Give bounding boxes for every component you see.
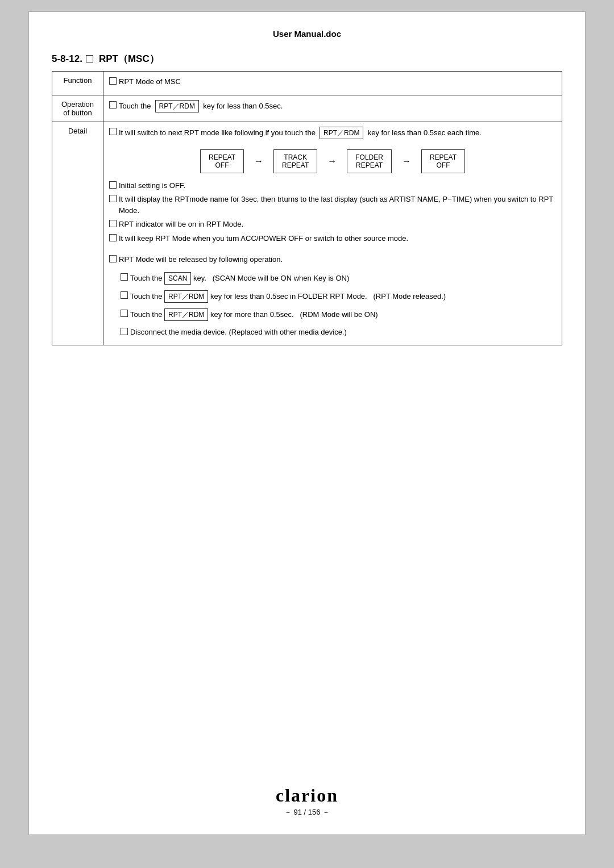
switch-text: It will switch to next RPT mode like fol… (119, 127, 482, 139)
detail-item-1: Initial setting is OFF. (109, 180, 556, 191)
operation-row: Operationof button Touch the RPT／RDM key… (52, 95, 562, 122)
flow-box-4: REPEAT OFF (421, 149, 465, 173)
detail-text-1: Initial setting is OFF. (119, 180, 185, 191)
operation-text: Touch the RPT／RDM key for less than 0.5s… (119, 100, 283, 112)
detail-checkbox-3 (109, 220, 117, 227)
detail-row: Detail It will switch to next RPT mode l… (52, 122, 562, 345)
release-item-4-checkbox (121, 328, 128, 335)
release-item-3: Touch the RPT／RDM key for more than 0.5s… (121, 308, 556, 321)
flow-box-1-line2: OFF (209, 161, 235, 169)
flow-diagram: REPEAT OFF → TRACK REPEAT → FOLDER REPEA… (109, 149, 556, 173)
document-page: User Manual.doc 5-8-12. RPT（MSC） Functio… (28, 11, 586, 835)
release-item-4-text: Disconnect the media device. (Replaced w… (130, 327, 347, 338)
flow-box-3-line2: REPEAT (355, 161, 383, 169)
function-item: RPT Mode of MSC (109, 76, 556, 87)
detail-text-2: It will display the RPTmode name for 3se… (119, 194, 556, 216)
release-item-2-text: Touch the RPT／RDM key for less than 0.5s… (130, 290, 446, 303)
flow-box-4-line1: REPEAT (430, 153, 457, 161)
release-item-2-checkbox (121, 291, 128, 299)
page-number: － 91 / 156 － (29, 807, 585, 817)
section-number: 5-8-12. (52, 53, 82, 65)
release-item-2: Touch the RPT／RDM key for less than 0.5s… (121, 290, 556, 303)
detail-item-2: It will display the RPTmode name for 3se… (109, 194, 556, 216)
flow-box-3: FOLDER REPEAT (347, 149, 392, 173)
release-item-4: Disconnect the media device. (Replaced w… (121, 327, 556, 338)
rpt-rdm-key-3: RPT／RDM (164, 290, 208, 303)
detail-checkbox-2 (109, 195, 117, 202)
release-item-3-text: Touch the RPT／RDM key for more than 0.5s… (130, 308, 378, 321)
section-subtitle: RPT（MSC） (99, 52, 159, 65)
release-item-1-checkbox (121, 273, 128, 281)
arrow-3: → (402, 156, 411, 166)
rpt-rdm-key-2: RPT／RDM (320, 127, 363, 139)
detail-content: It will switch to next RPT mode like fol… (103, 122, 562, 345)
switch-checkbox (109, 128, 117, 135)
flow-box-1-line1: REPEAT (209, 153, 235, 161)
operation-prefix: Touch the (119, 102, 151, 110)
detail-checkbox-1 (109, 181, 117, 189)
flow-box-4-line2: OFF (430, 161, 457, 169)
section-checkbox (86, 55, 93, 62)
main-table: Function RPT Mode of MSC Operationof but… (52, 71, 562, 345)
detail-item-4: It will keep RPT Mode when you turn ACC/… (109, 233, 556, 244)
rpt-rdm-key-4: RPT／RDM (164, 308, 208, 321)
arrow-2: → (327, 156, 337, 166)
operation-label-text: Operationof button (61, 100, 94, 117)
switch-item: It will switch to next RPT mode like fol… (109, 127, 556, 139)
flow-box-2: TRACK REPEAT (273, 149, 317, 173)
arrow-1: → (254, 156, 263, 166)
release-item-1: Touch the SCAN key. (SCAN Mode will be O… (121, 272, 556, 285)
operation-content: Touch the RPT／RDM key for less than 0.5s… (103, 95, 562, 122)
clarion-logo: clarion (29, 785, 585, 806)
section-title: 5-8-12. RPT（MSC） (52, 52, 562, 65)
detail-label: Detail (52, 122, 103, 345)
operation-checkbox (109, 101, 117, 108)
header-title: User Manual.doc (273, 29, 341, 39)
flow-box-1: REPEAT OFF (200, 149, 244, 173)
release-header-text: RPT Mode will be released by following o… (119, 254, 283, 265)
function-label: Function (52, 72, 103, 95)
switch-prefix: It will switch to next RPT mode like fol… (119, 128, 316, 137)
release-checkbox-header (109, 255, 117, 262)
detail-item-3: RPT indicator will be on in RPT Mode. (109, 219, 556, 230)
function-row: Function RPT Mode of MSC (52, 72, 562, 95)
flow-box-2-line2: REPEAT (282, 161, 309, 169)
operation-item: Touch the RPT／RDM key for less than 0.5s… (109, 100, 556, 112)
detail-text-4: It will keep RPT Mode when you turn ACC/… (119, 233, 408, 244)
function-text: RPT Mode of MSC (119, 76, 181, 87)
detail-text-3: RPT indicator will be on in RPT Mode. (119, 219, 243, 230)
release-header-item: RPT Mode will be released by following o… (109, 254, 556, 265)
operation-suffix: key for less than 0.5sec. (203, 102, 283, 110)
flow-box-3-line1: FOLDER (355, 153, 383, 161)
page-header: User Manual.doc (52, 29, 562, 39)
scan-key: SCAN (164, 272, 191, 285)
release-item-1-text: Touch the SCAN key. (SCAN Mode will be O… (130, 272, 349, 285)
switch-suffix: key for less than 0.5sec each time. (368, 128, 482, 137)
detail-checkbox-4 (109, 234, 117, 241)
release-items: Touch the SCAN key. (SCAN Mode will be O… (109, 272, 556, 338)
page-footer: clarion － 91 / 156 － (29, 785, 585, 817)
detail-items-group: Initial setting is OFF. It will display … (109, 180, 556, 244)
operation-label: Operationof button (52, 95, 103, 122)
release-section: RPT Mode will be released by following o… (109, 254, 556, 337)
release-item-3-checkbox (121, 310, 128, 317)
flow-box-2-line1: TRACK (282, 153, 309, 161)
function-content: RPT Mode of MSC (103, 72, 562, 95)
function-checkbox (109, 77, 117, 85)
rpt-rdm-key-1: RPT／RDM (155, 100, 199, 112)
